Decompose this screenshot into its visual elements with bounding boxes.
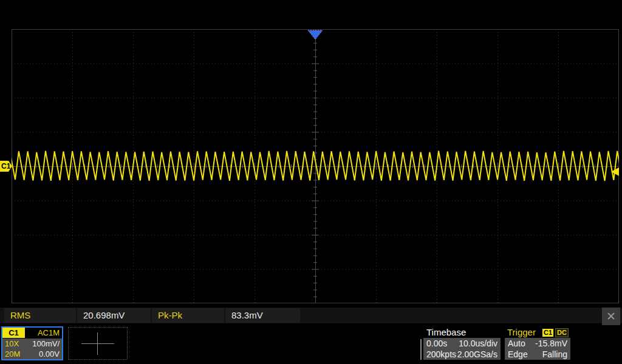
close-icon: ✕ — [606, 310, 616, 323]
plus-icon — [81, 343, 114, 344]
measurement-label-rms[interactable]: RMS — [4, 308, 76, 323]
trigger-slope-value: Falling — [542, 349, 567, 360]
channel1-coupling-label: AC1M — [25, 328, 62, 337]
dashboard-divider — [420, 339, 422, 360]
channel1-offset-value: 0.00V — [39, 349, 60, 359]
trigger-level-value: -15.8mV — [535, 338, 567, 349]
channel1-name-badge: C1 — [2, 328, 25, 338]
channel1-info-box[interactable]: C1 AC1M 10X 100mV/ 20M 0.00V — [1, 326, 63, 360]
channel1-level-marker[interactable]: C1 — [0, 161, 12, 172]
graticule-grid — [12, 29, 619, 303]
trigger-title: Trigger — [507, 327, 542, 338]
close-measurements-button[interactable]: ✕ — [602, 308, 620, 325]
channel1-scale-value: 100mV/ — [32, 339, 60, 349]
timebase-points-value: 200kpts — [426, 349, 456, 360]
channel1-bandwidth-label: 20M — [5, 349, 20, 359]
trigger-settings: Auto -15.8mV Edge Falling — [505, 338, 570, 360]
trigger-level-triangle-icon — [610, 167, 620, 177]
oscilloscope-screen: C1 RMS 20.698mV Pk-Pk 83.3mV ✕ C1 AC1M 1… — [0, 0, 622, 364]
channel1-header: C1 AC1M — [2, 328, 62, 338]
add-channel-button[interactable] — [68, 327, 128, 360]
measurement-label-pkpk[interactable]: Pk-Pk — [152, 308, 224, 323]
trigger-source-badge: C1 — [542, 329, 553, 337]
trigger-level-marker[interactable] — [610, 167, 620, 177]
timebase-settings: 0.00s 10.0us/div 200kpts 2.00GSa/s — [423, 338, 501, 360]
trigger-mode-value: Auto — [508, 338, 525, 349]
timebase-scale-value: 10.0us/div — [459, 338, 497, 349]
waveform-display — [12, 29, 619, 303]
timebase-delay-value: 0.00s — [426, 338, 447, 349]
measurement-value-rms: 20.698mV — [77, 308, 151, 323]
trigger-info-box[interactable]: Trigger C1 DC Auto -15.8mV Edge Falling — [505, 327, 570, 360]
measurement-value-pkpk: 83.3mV — [225, 308, 300, 323]
trigger-type-value: Edge — [508, 349, 528, 360]
channel1-settings: 10X 100mV/ 20M 0.00V — [2, 339, 62, 359]
timebase-title: Timebase — [423, 327, 501, 338]
trigger-position-triangle-icon — [307, 30, 323, 41]
timebase-info-box[interactable]: Timebase 0.00s 10.0us/div 200kpts 2.00GS… — [423, 327, 501, 360]
plus-icon — [97, 332, 98, 355]
channel1-probe-label: 10X — [5, 339, 19, 349]
trigger-coupling-badge: DC — [555, 328, 569, 337]
timebase-samplerate-value: 2.00GSa/s — [457, 349, 497, 360]
measurement-bar: RMS 20.698mV Pk-Pk 83.3mV — [0, 308, 622, 323]
trigger-position-marker[interactable] — [307, 30, 323, 41]
